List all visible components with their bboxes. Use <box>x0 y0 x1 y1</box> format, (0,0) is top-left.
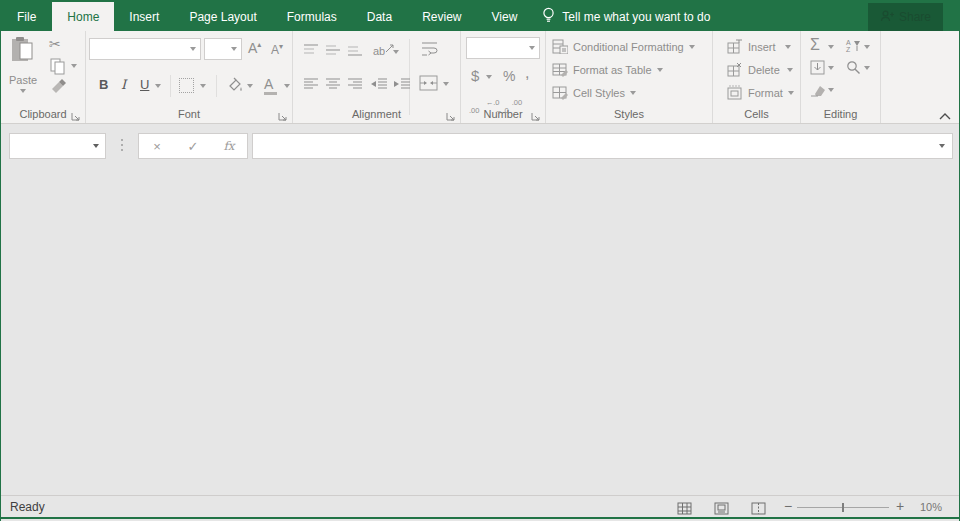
cancel-button[interactable]: × <box>142 139 172 154</box>
format-cells-label: Format <box>748 87 783 99</box>
conditional-formatting-icon <box>552 39 568 54</box>
decrease-indent-button[interactable] <box>370 77 388 95</box>
top-align-button[interactable] <box>303 43 319 61</box>
group-font: A▴ A▾ B I U A Font <box>86 31 293 123</box>
font-color-dropdown-arrow-icon[interactable] <box>284 84 290 88</box>
fill-color-button[interactable] <box>226 77 244 97</box>
magnifier-icon <box>846 60 861 75</box>
fill-button[interactable] <box>810 60 825 79</box>
tab-data[interactable]: Data <box>352 2 407 31</box>
shrink-font-button[interactable]: A▾ <box>271 42 283 57</box>
grow-font-button[interactable]: A▴ <box>248 40 261 56</box>
tell-me-box[interactable]: Tell me what you want to do <box>532 2 720 31</box>
middle-align-button[interactable] <box>325 43 341 61</box>
name-box[interactable] <box>9 133 106 159</box>
enter-button[interactable]: ✓ <box>178 139 208 154</box>
menu-bar: File Home Insert Page Layout Formulas Da… <box>1 0 959 31</box>
tab-file[interactable]: File <box>1 2 52 31</box>
find-select-dropdown-arrow-icon[interactable] <box>864 66 870 70</box>
underline-dropdown-arrow-icon[interactable] <box>155 84 161 88</box>
number-format-combobox[interactable] <box>466 37 540 59</box>
delete-cells-button[interactable]: Delete <box>727 62 793 77</box>
sort-filter-dropdown-arrow-icon[interactable] <box>864 45 870 49</box>
find-select-button[interactable] <box>846 60 861 79</box>
clear-button[interactable] <box>810 83 826 101</box>
accounting-dropdown-arrow-icon[interactable] <box>486 75 492 79</box>
tab-view[interactable]: View <box>477 2 533 31</box>
sort-filter-button[interactable]: AZ <box>845 38 861 57</box>
italic-button[interactable]: I <box>121 77 126 92</box>
merge-center-dropdown-arrow-icon[interactable] <box>443 82 449 86</box>
bottom-align-button[interactable] <box>347 43 363 61</box>
format-painter-icon <box>50 79 66 94</box>
insert-function-button[interactable]: fx <box>214 139 244 153</box>
center-button[interactable] <box>325 77 341 95</box>
format-as-table-button[interactable]: Format as Table <box>552 62 663 77</box>
format-painter-button[interactable] <box>50 79 66 98</box>
zoom-slider-thumb[interactable] <box>842 503 844 512</box>
copy-dropdown-arrow-icon[interactable] <box>71 64 77 68</box>
conditional-formatting-label: Conditional Formatting <box>573 41 684 53</box>
accounting-format-button[interactable]: $ <box>471 67 479 84</box>
merge-center-button[interactable] <box>419 75 438 95</box>
autosum-button[interactable]: Σ <box>810 36 820 54</box>
percent-style-button[interactable]: % <box>503 68 515 84</box>
font-name-combobox[interactable] <box>89 38 201 60</box>
page-break-preview-button[interactable] <box>747 500 769 516</box>
insert-cells-button[interactable]: Insert <box>727 39 791 54</box>
bold-button[interactable]: B <box>99 77 108 92</box>
insert-cells-arrow-icon <box>785 45 791 49</box>
page-layout-view-button[interactable] <box>710 500 732 516</box>
zoom-level[interactable]: 10% <box>913 501 949 513</box>
tab-review[interactable]: Review <box>407 2 476 31</box>
underline-button[interactable]: U <box>140 77 149 92</box>
alignment-dialog-launcher[interactable] <box>446 108 456 118</box>
tab-home[interactable]: Home <box>52 2 114 31</box>
cut-button[interactable]: ✂ <box>49 36 61 52</box>
paste-button[interactable]: Paste <box>9 36 37 93</box>
font-name-arrow-icon <box>190 47 196 51</box>
tab-formulas[interactable]: Formulas <box>272 2 352 31</box>
collapse-ribbon-button[interactable] <box>939 106 951 124</box>
expand-formula-bar-icon[interactable] <box>939 144 945 148</box>
zoom-in-button[interactable]: + <box>893 498 907 514</box>
normal-view-button[interactable] <box>673 500 695 516</box>
alignment-group-label: Alignment <box>293 108 460 120</box>
borders-dropdown-arrow-icon[interactable] <box>200 84 206 88</box>
orientation-button[interactable]: ab <box>373 43 395 57</box>
increase-indent-button[interactable] <box>393 77 411 95</box>
wrap-text-button[interactable] <box>421 41 438 61</box>
font-color-bar <box>264 92 277 95</box>
autosum-dropdown-arrow-icon[interactable] <box>828 45 834 49</box>
fill-color-dropdown-arrow-icon[interactable] <box>247 84 253 88</box>
formula-bar-resizer[interactable] <box>121 139 123 151</box>
lightbulb-icon <box>542 7 555 26</box>
paste-icon <box>9 36 37 68</box>
zoom-out-button[interactable]: − <box>781 498 795 514</box>
cell-styles-button[interactable]: Cell Styles <box>552 85 636 100</box>
font-color-button[interactable]: A <box>264 76 277 95</box>
tab-insert[interactable]: Insert <box>114 2 174 31</box>
fill-dropdown-arrow-icon[interactable] <box>828 66 834 70</box>
chevron-up-icon <box>939 112 951 120</box>
conditional-formatting-button[interactable]: Conditional Formatting <box>552 39 695 54</box>
number-dialog-launcher[interactable] <box>531 108 541 118</box>
clipboard-dialog-launcher[interactable] <box>71 108 81 118</box>
formula-bar-input[interactable] <box>252 133 953 159</box>
format-cells-arrow-icon <box>788 91 794 95</box>
orientation-dropdown-arrow-icon[interactable] <box>393 50 399 54</box>
share-button[interactable]: Share <box>868 3 943 31</box>
format-as-table-arrow-icon <box>657 68 663 72</box>
borders-button[interactable] <box>179 78 194 93</box>
clear-dropdown-arrow-icon[interactable] <box>828 88 834 92</box>
align-left-button[interactable] <box>303 77 319 95</box>
tab-page-layout[interactable]: Page Layout <box>174 2 271 31</box>
comma-style-button[interactable]: , <box>525 64 529 82</box>
font-size-combobox[interactable] <box>204 38 242 60</box>
align-right-button[interactable] <box>347 77 363 95</box>
format-cells-button[interactable]: Format <box>727 85 794 100</box>
copy-icon <box>50 58 65 75</box>
copy-button[interactable] <box>50 58 65 79</box>
font-dialog-launcher[interactable] <box>278 108 288 118</box>
paste-dropdown-arrow-icon <box>20 89 26 93</box>
